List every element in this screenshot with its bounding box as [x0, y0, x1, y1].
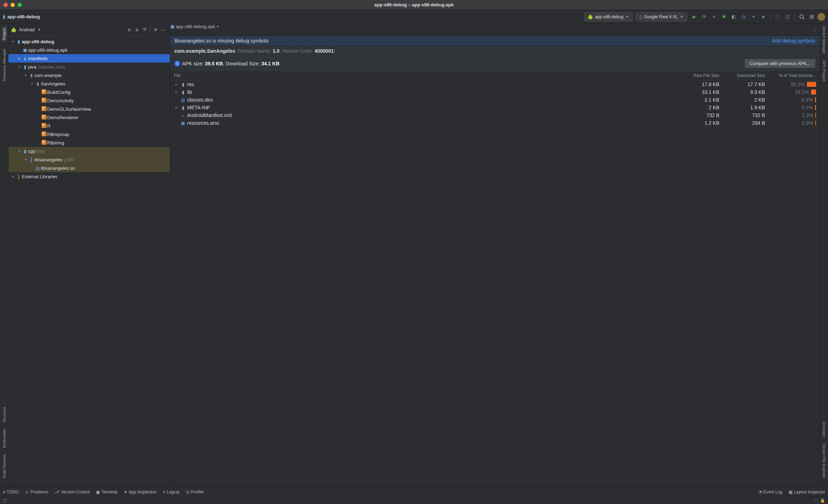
structure-tool-button[interactable]: Structure [2, 407, 6, 422]
tree-node-class[interactable]: R$string [8, 138, 170, 147]
table-row[interactable]: ▥classes.dex2.1 KB2 KB6.3% [170, 96, 820, 104]
tree-node-class[interactable]: BuildConfig [8, 88, 170, 96]
problems-tool-button[interactable]: ⚠ Problems [25, 490, 48, 495]
event-log-tool-button[interactable]: ◔ Event Log [758, 490, 782, 495]
tree-node-apk[interactable]: ▣ app-x86-debug.apk [8, 46, 170, 54]
android-icon [588, 14, 593, 19]
table-row[interactable]: ▸▮res17.8 KB17.7 KB55.3% [170, 80, 820, 88]
table-row[interactable]: ▸▮lib10.1 KB9.3 KB29.2% [170, 88, 820, 96]
tree-node-class[interactable]: DemoActivity [8, 96, 170, 105]
tree-node-package[interactable]: ▾▮ com.example [8, 71, 170, 79]
panel-settings-icon[interactable]: ✲ [152, 26, 159, 34]
apply-changes-button[interactable]: ⟳ [700, 13, 708, 21]
col-download-size[interactable]: Download Size [719, 73, 765, 78]
device-manager-tool-button[interactable]: Device Manager [822, 26, 826, 54]
status-lock-icon[interactable]: 🔒 [820, 498, 825, 503]
logcat-tool-button[interactable]: ≡ Logcat [163, 490, 179, 495]
svg-line-9 [810, 18, 811, 19]
profiler-tool-button[interactable]: ◷ Profiler [186, 490, 204, 495]
table-row[interactable]: ▣resources.arsc1.2 KB294 B0.9% [170, 119, 820, 127]
run-config-selector[interactable]: app-x86-debug ▼ [584, 12, 633, 21]
emulator-tool-button[interactable]: Emulator [822, 422, 826, 437]
expand-all-icon[interactable]: ⇊ [133, 26, 141, 34]
stop-button[interactable]: ■ [759, 13, 768, 21]
project-tool-button[interactable]: Project [1, 26, 7, 42]
tree-node-so-file[interactable]: ▥ libsanangeles.so [8, 164, 170, 172]
tree-node-class[interactable]: DemoRenderer [8, 113, 170, 122]
device-file-explorer-tool-button[interactable]: Device File Explorer [822, 444, 826, 478]
editor-tab[interactable]: ▣ app-x86-debug.apk × [170, 24, 219, 35]
tree-node-class[interactable]: DemoGLSurfaceView [8, 105, 170, 113]
minimize-window-icon[interactable] [11, 3, 15, 7]
apk-contents-table: File Raw File Size Download Size % of To… [170, 71, 820, 127]
expand-icon[interactable]: ▸ [174, 106, 179, 109]
run-button[interactable]: ▶ [690, 13, 699, 21]
download-size-value: 34.1 KB [261, 61, 279, 66]
tab-more-icon[interactable]: ⋮ [809, 24, 820, 35]
tree-node-cpp[interactable]: ▾▮ cpp(lib) [8, 147, 170, 155]
add-debug-symbols-link[interactable]: Add debug symbols [772, 38, 815, 44]
layout-inspector-tool-button[interactable]: ▦ Layout Inspector [789, 490, 825, 495]
percent-bar [811, 90, 816, 95]
project-panel: Android ▼ ⊕ ⇊ ⇈ ✲ — ▾▮ app-x86-debug ▣ a… [8, 24, 170, 487]
main-toolbar: ▮ app-x86-debug app-x86-debug ▼ ▯ Google… [0, 10, 828, 24]
user-avatar[interactable] [817, 13, 825, 21]
resource-manager-tool-button[interactable]: Resource Manager [2, 49, 6, 82]
build-variants-tool-button[interactable]: Build Variants [2, 454, 6, 478]
divider [770, 13, 771, 21]
tree-node-root[interactable]: ▾▮ app-x86-debug [8, 37, 170, 46]
warning-banner: libsanangeles.so is missing debug symbol… [170, 36, 820, 46]
todo-tool-button[interactable]: ≡ TODO [3, 490, 19, 495]
table-row[interactable]: ▸▮META-INF2 KB1.9 KB6.1% [170, 104, 820, 111]
tree-node-package[interactable]: ▾▮ SanAngeles [8, 79, 170, 88]
hide-panel-icon[interactable]: — [159, 26, 167, 34]
select-opened-file-icon[interactable]: ⊕ [125, 26, 133, 34]
close-window-icon[interactable] [4, 3, 8, 7]
tree-node-java[interactable]: ▾▮ java(classes.dex) [8, 63, 170, 71]
status-indent-icon[interactable]: ⬚ [814, 498, 818, 503]
tree-node-native-lib[interactable]: ▾║ libsanangeles(x86) [8, 155, 170, 164]
table-row[interactable]: ⟐AndroidManifest.xml732 B732 B2.2% [170, 111, 820, 119]
debug-button[interactable]: ✱ [720, 13, 728, 21]
raw-size-value: 732 B [674, 112, 719, 118]
col-file[interactable]: File [174, 73, 674, 78]
download-size-value: 9.3 KB [719, 89, 765, 95]
chevron-down-icon: ▼ [625, 15, 629, 19]
expand-icon[interactable]: ▸ [174, 90, 179, 94]
breadcrumb[interactable]: app-x86-debug [7, 14, 40, 19]
profile-button[interactable]: ◷ [739, 13, 748, 21]
tree-node-class[interactable]: R$mipmap [8, 130, 170, 138]
expand-icon[interactable]: ▸ [174, 83, 179, 86]
col-percent[interactable]: % of Total Downlo... [765, 73, 816, 78]
tool-windows-icon[interactable]: ▢ [3, 498, 7, 503]
close-tab-icon[interactable]: × [216, 24, 219, 29]
vcs-tool-button[interactable]: ⎇ Version Control [55, 490, 90, 495]
attach-debugger-button[interactable]: ✦ [749, 13, 758, 21]
left-tool-strip: Project Resource Manager Structure Bookm… [0, 24, 8, 487]
apk-project-tool-button[interactable]: APK Project [822, 60, 826, 81]
project-view-selector[interactable]: Android [19, 27, 35, 32]
download-size-value: 17.7 KB [719, 82, 765, 87]
tree-node-manifests[interactable]: ▸▮ manifests [8, 54, 170, 63]
settings-icon[interactable] [808, 13, 816, 21]
col-raw-size[interactable]: Raw File Size [674, 73, 719, 78]
editor-tab-bar: ▣ app-x86-debug.apk × ⋮ [170, 24, 820, 36]
tree-node-class[interactable]: R [8, 122, 170, 130]
app-inspection-tool-button[interactable]: ✦ App Inspection [124, 490, 157, 495]
apply-code-button[interactable]: ≡ [710, 13, 718, 21]
coverage-button[interactable]: ◧ [730, 13, 738, 21]
terminal-tool-button[interactable]: ▣ Terminal [96, 490, 117, 495]
project-tree[interactable]: ▾▮ app-x86-debug ▣ app-x86-debug.apk ▸▮ … [8, 36, 170, 487]
maximize-window-icon[interactable] [18, 3, 22, 7]
percent-value: 0.9% [796, 120, 813, 126]
sync-button[interactable]: ⬚ [773, 13, 782, 21]
bookmarks-tool-button[interactable]: Bookmarks [2, 429, 6, 448]
search-icon[interactable] [798, 13, 806, 21]
title-bar: app-x86-debug – app-x86-debug.apk [0, 0, 828, 10]
tree-node-external-libraries[interactable]: ▸║ External Libraries [8, 172, 170, 181]
collapse-all-icon[interactable]: ⇈ [141, 26, 148, 34]
xml-icon: ⟐ [180, 113, 186, 118]
device-selector[interactable]: ▯ Google Pixel 4 XL ▼ [636, 12, 687, 21]
compare-apk-button[interactable]: Compare with previous APK... [745, 59, 815, 68]
avd-manager-button[interactable]: ◫ [783, 13, 792, 21]
